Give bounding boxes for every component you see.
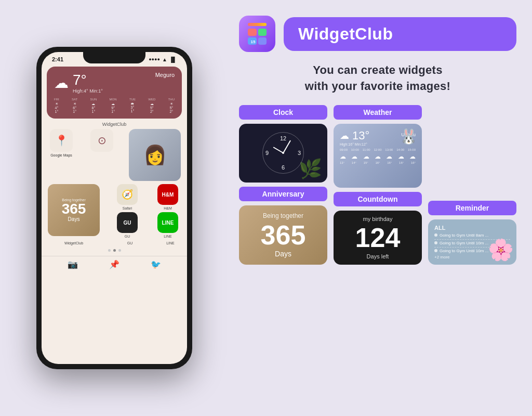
gu-icon: GU (117, 212, 138, 233)
phone-weather-range: High:4° Min:1° (73, 88, 103, 94)
weather-preview-temp: 13° (352, 129, 369, 142)
reminder-dot-2 (434, 241, 437, 244)
widgetclub-app-icon[interactable]: 15 (239, 16, 275, 52)
phone-mockup-panel: 2:41 ●●●● ▲ ▐▌ ☁ 7° High:4° Min:1° (0, 0, 229, 416)
app-hm[interactable]: H&M H&M (155, 184, 181, 210)
page-dots (42, 249, 187, 252)
line-icon: LINE (157, 212, 178, 233)
anniversary-widget-preview: Being together 365 Days (239, 205, 327, 265)
anniv-preview-subtitle: Being together (263, 212, 303, 219)
bottom-bar-icon-2[interactable]: 📌 (109, 259, 119, 269)
reminder-label: Reminder (428, 201, 516, 215)
countdown-subtitle: my birthday (363, 216, 393, 222)
phone-forecast-row: FRI☀4°1° SAT☀6°1° SUN☁8°1° MON☁9°1° TUE🌧… (54, 98, 175, 113)
clock-face: 12 3 6 9 (262, 132, 304, 174)
right-panel: 15 WidgetClub You can create widgets wit… (229, 0, 532, 416)
phone-weather-temp: 7° (73, 72, 103, 88)
weather-label: Weather (334, 105, 422, 120)
countdown-widget-preview: my birthday 124 Days left (334, 211, 422, 265)
phone-frame: 2:41 ●●●● ▲ ▐▌ ☁ 7° High:4° Min:1° (36, 47, 192, 369)
clock-widget-preview: 🌿 12 3 6 9 (239, 124, 327, 183)
clock-label: Clock (239, 105, 327, 120)
dot-2 (113, 249, 116, 252)
weather-icons-row: ☁☁☁ ☁☁☁☁ (340, 153, 416, 160)
reminder-dot-3 (434, 249, 437, 252)
col-reminder: Reminder ALL Going to Gym Until 8am ... … (428, 105, 516, 265)
countdown-unit: Days left (367, 253, 389, 259)
brand-pill: WidgetClub (284, 17, 516, 51)
anniv-preview-number: 365 (261, 222, 306, 249)
anniv-preview-unit: Days (275, 250, 291, 258)
widget-categories: Clock 🌿 12 3 6 9 Anniversary Being toget… (239, 105, 516, 265)
clock-center-dot (282, 152, 284, 154)
status-icons: ●●●● ▲ ▐▌ (149, 57, 177, 62)
header-row: 15 WidgetClub (239, 16, 516, 52)
phone-anniversary-widget: Being together 365 Days (48, 184, 100, 236)
bottom-bar-icon-3[interactable]: 🐦 (151, 259, 161, 269)
clock-minute-hand (283, 140, 290, 153)
bottom-label-gu: GU (119, 241, 140, 245)
countdown-label: Countdown (334, 192, 422, 206)
photo-widget: 👩 (129, 129, 181, 181)
spacer (428, 105, 516, 125)
phone-widgetclub-label: WidgetClub (42, 122, 187, 127)
phone-weather-widget: ☁ 7° High:4° Min:1° Meguro FRI☀4°1° SAT☀… (47, 67, 182, 119)
weather-temps-row: 13°14°15°16°16°16°16° (340, 161, 416, 164)
maps-icon: 📍 (50, 129, 73, 152)
status-time: 2:41 (52, 56, 63, 62)
reminder-item-1: Going to Gym Until 8am ... (434, 233, 510, 238)
bottom-bar-icon-1[interactable]: 📷 (68, 259, 78, 269)
bottom-label-widgetclub: WidgetClub (48, 241, 100, 245)
app-gu[interactable]: GU GU (114, 212, 140, 238)
col-weather-countdown: Weather ☁ 13° High:16° Min:12° Ushiku 🐰 (334, 105, 422, 265)
reminder-widget-preview: ALL Going to Gym Until 8am ... Going to … (428, 219, 516, 265)
hm-icon: H&M (157, 184, 178, 205)
phone-screen: 2:41 ●●●● ▲ ▐▌ ☁ 7° High:4° Min:1° (42, 52, 187, 364)
battery-icon: ▐▌ (169, 57, 177, 62)
weather-times-row: 09:0010:0011:0012:0013:0014:0015:00 (340, 148, 416, 151)
reminder-dot-1 (434, 233, 437, 237)
anniversary-label: Anniversary (239, 187, 327, 201)
tagline: You can create widgets with your favorit… (239, 62, 516, 95)
weather-widget-preview: ☁ 13° High:16° Min:12° Ushiku 🐰 09:0010:… (334, 124, 422, 188)
wifi-icon: ▲ (162, 57, 167, 62)
spacer-weather (428, 129, 516, 197)
app-safari[interactable]: 🧭 Safari (114, 184, 140, 210)
dot-1 (108, 249, 111, 252)
rabbit-icon: 🐰 (400, 128, 418, 145)
bottom-label-line: LINE (160, 241, 181, 245)
weather-preview-cloud-icon: ☁ (340, 130, 349, 141)
phone-weather-cloud-icon: ☁ (54, 74, 69, 92)
brand-name: WidgetClub (298, 24, 393, 43)
dot-3 (118, 249, 121, 252)
flowers-icon: 🌸 (488, 238, 514, 262)
app-google-maps[interactable]: 📍 Google Maps (48, 129, 75, 157)
phone-weather-location: Meguro (155, 72, 175, 78)
weather-preview-range: High:16° Min:12° (340, 142, 369, 146)
col-clock-anniversary: Clock 🌿 12 3 6 9 Anniversary Being toget… (239, 105, 327, 265)
phone-notch (83, 52, 145, 63)
signal-icon: ●●●● (149, 57, 160, 62)
countdown-number: 124 (355, 224, 401, 251)
app-unknown[interactable]: ⊙ (88, 129, 115, 153)
reminder-all-label: ALL (434, 225, 510, 231)
app-line[interactable]: LINE LINE (155, 212, 181, 238)
safari-icon: 🧭 (117, 184, 138, 205)
circle-icon: ⊙ (90, 129, 113, 152)
